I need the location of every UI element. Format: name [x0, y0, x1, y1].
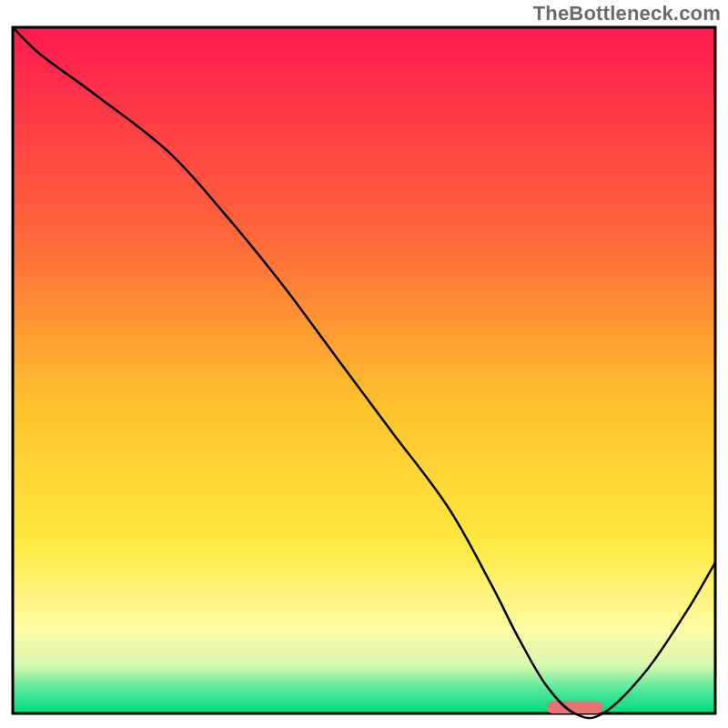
optimal-range-marker [547, 701, 603, 713]
bottleneck-chart [0, 0, 728, 728]
gradient-background [13, 27, 715, 713]
chart-container: TheBottleneck.com [0, 0, 728, 728]
